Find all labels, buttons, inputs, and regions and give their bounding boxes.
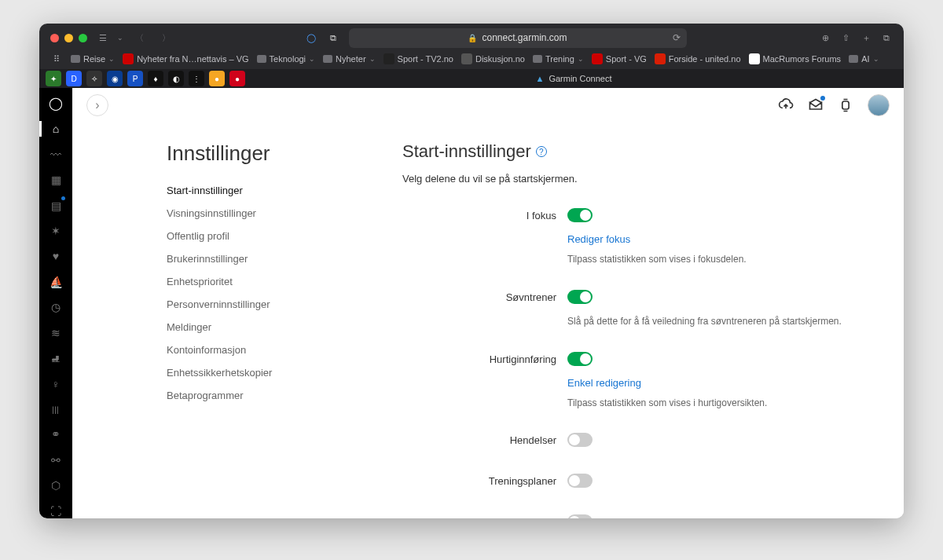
settings-nav-item[interactable]: Offentlig profil: [167, 230, 355, 242]
back-button[interactable]: 〈: [133, 31, 145, 44]
bookmark-item[interactable]: Diskusjon.no: [461, 53, 525, 64]
reports-icon[interactable]: ⫼: [48, 402, 64, 416]
bookmark-item[interactable]: Sport - TV2.no: [383, 53, 453, 64]
shield-icon[interactable]: ◯: [305, 31, 317, 44]
extensions-icon[interactable]: ⧉: [327, 31, 339, 44]
maximize-window-button[interactable]: [79, 34, 87, 42]
toggle-switch[interactable]: [567, 514, 593, 518]
share-icon[interactable]: ⇧: [839, 31, 852, 44]
groups-icon[interactable]: ⚭: [48, 427, 64, 441]
insights-icon[interactable]: ♀: [48, 376, 64, 390]
bookmark-label: Diskusjon.no: [475, 54, 525, 64]
cloud-upload-icon[interactable]: [778, 97, 794, 113]
bookmark-label: MacRumors Forums: [763, 54, 842, 64]
setting-label: Treningsplaner: [402, 474, 567, 491]
bookmark-label: Sport - TV2.no: [398, 54, 453, 64]
new-tab-icon[interactable]: ＋: [860, 31, 872, 44]
bookmark-label: Reise: [83, 54, 105, 64]
settings-nav-item[interactable]: Start-innstillinger: [167, 185, 355, 196]
settings-nav-item[interactable]: Enhetsprioritet: [167, 276, 355, 287]
ext-icon-2[interactable]: D: [66, 71, 82, 86]
bookmark-item[interactable]: AI⌄: [849, 54, 879, 64]
toggle-switch[interactable]: [567, 290, 593, 304]
bookmark-item[interactable]: Sport - VG: [592, 53, 647, 64]
close-window-button[interactable]: [50, 34, 59, 42]
setting-control: [567, 433, 888, 450]
content-area: › Innstillinger Start-innstillingerVisni…: [72, 88, 904, 518]
svg-rect-0: [842, 101, 849, 109]
stopwatch-icon[interactable]: ◷: [48, 300, 64, 314]
toggle-switch[interactable]: [567, 352, 593, 366]
ext-icon-10[interactable]: ●: [229, 71, 245, 86]
settings-page-title: Start-innstillinger ?: [402, 141, 888, 162]
settings-nav: Innstillinger Start-innstillingerVisning…: [167, 141, 355, 518]
ext-icon-5[interactable]: P: [127, 71, 143, 86]
bookmark-item[interactable]: Forside - united.no: [655, 53, 741, 64]
connections-icon[interactable]: ⚯: [48, 453, 64, 467]
minimize-window-button[interactable]: [64, 34, 73, 42]
settings-main: Innstillinger Start-innstillingerVisning…: [72, 123, 904, 518]
help-icon[interactable]: ?: [536, 146, 547, 157]
forward-button[interactable]: 〉: [160, 31, 172, 44]
avatar[interactable]: [868, 94, 890, 116]
chevron-down-icon[interactable]: ⌄: [117, 34, 123, 42]
newsfeed-icon[interactable]: ▤: [48, 198, 64, 212]
bookmark-item[interactable]: Reise⌄: [71, 54, 115, 64]
settings-nav-item[interactable]: Visningsinnstillinger: [167, 207, 355, 219]
toggle-switch[interactable]: [567, 433, 593, 447]
ext-icon-3[interactable]: ✧: [86, 71, 102, 86]
apps-grid-icon[interactable]: ⠿: [50, 53, 63, 65]
swim-icon[interactable]: ≋: [48, 326, 64, 340]
settings-nav-item[interactable]: Kontoinformasjon: [167, 344, 355, 356]
bookmark-label: Forside - united.no: [669, 54, 741, 64]
setting-control: Slå på dette for å få veiledning fra søv…: [567, 290, 888, 328]
setting-hint: Tilpass statistikken som vises i fokusde…: [567, 253, 888, 266]
downloads-icon[interactable]: ⊕: [819, 31, 831, 44]
home-icon[interactable]: ⌂: [48, 122, 64, 136]
setting-row: SøvntrenerSlå på dette for å få veiledni…: [402, 290, 888, 328]
ext-icon-9[interactable]: ●: [209, 71, 225, 86]
settings-nav-item[interactable]: Personverninnstillinger: [167, 298, 355, 310]
garmin-logo-icon[interactable]: ◯: [48, 96, 64, 111]
setting-row: I fokusRediger fokusTilpass statistikken…: [402, 208, 888, 266]
calendar-icon[interactable]: ▦: [48, 173, 64, 187]
tabs-icon[interactable]: ⧉: [880, 31, 893, 44]
settings-nav-item[interactable]: Enhetssikkerhetskopier: [167, 367, 355, 379]
inbox-icon[interactable]: [808, 97, 824, 113]
bookmark-item[interactable]: Nyheter fra N…nettavis – VG: [123, 53, 248, 64]
setting-link[interactable]: Enkel redigering: [567, 377, 888, 389]
ext-icon-6[interactable]: ♦: [148, 71, 163, 86]
expand-sidebar-button[interactable]: ›: [86, 94, 108, 116]
ext-icon-1[interactable]: ✦: [46, 71, 61, 86]
settings-nav-item[interactable]: Betaprogrammer: [167, 390, 355, 401]
bookmark-label: Trening: [545, 54, 574, 64]
cart-icon[interactable]: ⛶: [48, 504, 64, 518]
bookmark-item[interactable]: MacRumors Forums: [749, 53, 842, 64]
health-icon[interactable]: ✶: [48, 224, 64, 238]
toggle-switch[interactable]: [567, 474, 593, 488]
bookmark-item[interactable]: Trening⌄: [533, 54, 584, 64]
settings-nav-item[interactable]: Meldinger: [167, 321, 355, 333]
bookmark-item[interactable]: Teknologi⌄: [257, 54, 315, 64]
ext-icon-8[interactable]: ⋮: [189, 71, 204, 86]
gear-icon[interactable]: ⛸: [48, 351, 64, 365]
toggle-switch[interactable]: [567, 208, 593, 222]
sidebar-toggle-icon[interactable]: ☰: [97, 31, 109, 44]
bookmark-item[interactable]: Nyheter⌄: [323, 54, 376, 64]
ext-icon-7[interactable]: ◐: [168, 71, 184, 86]
training-icon[interactable]: ⛵: [48, 275, 64, 289]
settings-nav-item[interactable]: Brukerinnstillinger: [167, 253, 355, 265]
heart-icon[interactable]: ♥: [48, 249, 64, 263]
address-bar[interactable]: 🔒 connect.garmin.com ⟳: [349, 28, 687, 48]
watch-icon[interactable]: [838, 97, 853, 113]
ext-icon-4[interactable]: ◉: [107, 71, 123, 86]
setting-label: I fokus: [402, 208, 567, 266]
setting-hint: Slå på dette for å få veiledning fra søv…: [567, 315, 888, 328]
favicon: [123, 53, 134, 64]
reload-icon[interactable]: ⟳: [673, 32, 681, 43]
active-tab[interactable]: ▲ Garmin Connect: [536, 74, 612, 83]
favicon: [749, 53, 760, 64]
setting-link[interactable]: Rediger fokus: [567, 233, 888, 245]
connect-iq-icon[interactable]: ⬡: [48, 478, 64, 492]
activity-icon[interactable]: 〰: [48, 147, 64, 161]
